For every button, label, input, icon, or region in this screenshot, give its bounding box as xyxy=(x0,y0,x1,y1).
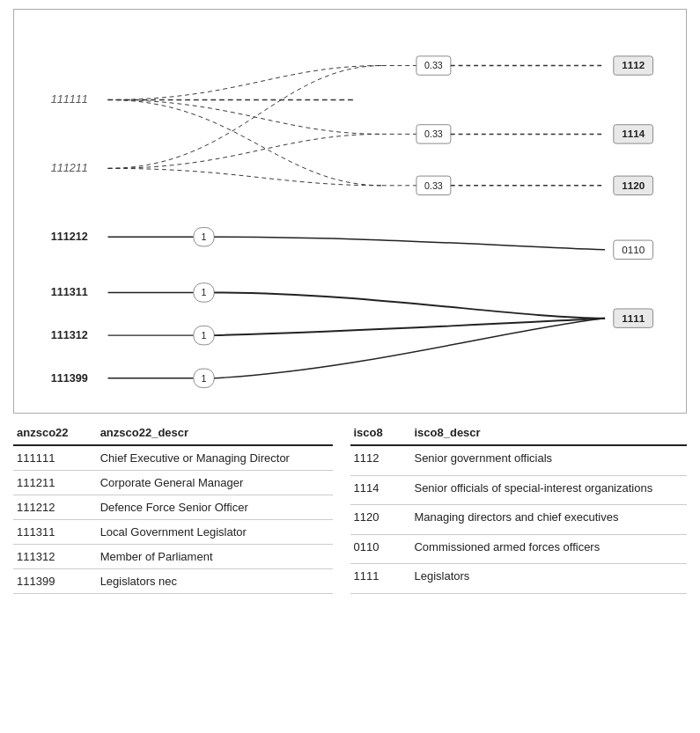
anzsco22-code: 111311 xyxy=(13,520,97,545)
svg-text:1: 1 xyxy=(202,231,207,242)
svg-text:1112: 1112 xyxy=(622,59,645,70)
isco8-descr: Managing directors and chief executives xyxy=(410,505,687,535)
svg-text:1: 1 xyxy=(202,330,207,341)
table-row: 111212 Defence Force Senior Officer xyxy=(13,495,333,520)
table-section: anzsco22 anzsco22_descr 111111 Chief Exe… xyxy=(13,422,687,594)
svg-text:0.33: 0.33 xyxy=(424,128,443,139)
svg-text:111212: 111212 xyxy=(51,231,88,243)
isco8-code: 1111 xyxy=(350,564,411,594)
isco8-code: 1112 xyxy=(350,445,411,475)
anzsco22-descr: Defence Force Senior Officer xyxy=(97,495,333,520)
diagram-svg: 0.33 0.33 0.33 1 1 1 1 111111 xyxy=(14,18,686,404)
svg-text:111311: 111311 xyxy=(51,286,88,298)
isco8-descr-header: isco8_descr xyxy=(410,422,687,445)
isco8-code: 0110 xyxy=(350,534,411,564)
svg-text:111211: 111211 xyxy=(51,162,88,174)
table-row: 111211 Corporate General Manager xyxy=(13,471,333,495)
svg-text:1120: 1120 xyxy=(622,180,645,191)
svg-text:111312: 111312 xyxy=(51,329,88,341)
svg-text:111111: 111111 xyxy=(51,93,88,106)
table-row: 1112 Senior government officials xyxy=(350,445,688,475)
anzsco22-descr: Legislators nec xyxy=(97,569,333,594)
isco8-code: 1114 xyxy=(350,475,411,505)
svg-text:111399: 111399 xyxy=(51,372,88,385)
anzsco22-descr: Chief Executive or Managing Director xyxy=(97,445,333,471)
anzsco22-descr: Corporate General Manager xyxy=(97,471,333,495)
isco8-descr: Senior officials of special-interest org… xyxy=(410,475,687,505)
svg-text:1111: 1111 xyxy=(622,312,645,324)
anzsco22-code: 111399 xyxy=(13,569,97,594)
table-row: 1114 Senior officials of special-interes… xyxy=(350,475,688,505)
svg-text:0110: 0110 xyxy=(622,244,645,255)
right-table: isco8 isco8_descr 1112 Senior government… xyxy=(350,422,688,594)
isco8-descr: Senior government officials xyxy=(410,445,687,475)
left-table: anzsco22 anzsco22_descr 111111 Chief Exe… xyxy=(13,422,333,594)
svg-text:1114: 1114 xyxy=(622,128,645,139)
diagram-container: 0.33 0.33 0.33 1 1 1 1 111111 xyxy=(13,9,687,414)
table-row: 0110 Commissioned armed forces officers xyxy=(350,534,688,564)
table-row: 1111 Legislators xyxy=(350,564,688,594)
isco8-code: 1120 xyxy=(350,505,411,535)
anzsco22-descr: Local Government Legislator xyxy=(97,520,333,545)
anzsco22-code: 111312 xyxy=(13,545,97,569)
isco8-descr: Commissioned armed forces officers xyxy=(410,534,687,564)
anzsco22-code: 111212 xyxy=(13,495,97,520)
svg-text:0.33: 0.33 xyxy=(424,60,443,70)
svg-text:1: 1 xyxy=(202,287,207,297)
svg-text:1: 1 xyxy=(202,373,207,384)
svg-text:0.33: 0.33 xyxy=(424,180,443,191)
table-row: 1120 Managing directors and chief execut… xyxy=(350,505,688,535)
table-row: 111312 Member of Parliament xyxy=(13,545,333,569)
anzsco22-header: anzsco22 xyxy=(13,422,97,445)
anzsco22-descr-header: anzsco22_descr xyxy=(97,422,333,445)
table-row: 111311 Local Government Legislator xyxy=(13,520,333,545)
anzsco22-descr: Member of Parliament xyxy=(97,545,333,569)
table-row: 111399 Legislators nec xyxy=(13,569,333,594)
isco8-header: isco8 xyxy=(350,422,411,445)
anzsco22-code: 111111 xyxy=(13,445,97,471)
anzsco22-code: 111211 xyxy=(13,471,97,495)
isco8-descr: Legislators xyxy=(410,564,687,594)
table-row: 111111 Chief Executive or Managing Direc… xyxy=(13,445,333,471)
